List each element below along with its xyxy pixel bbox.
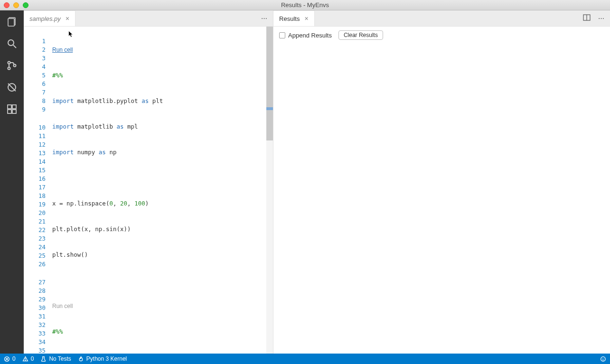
activity-bar: [0, 10, 24, 354]
error-icon: [4, 356, 10, 362]
svg-point-23: [603, 358, 604, 358]
tab-close-icon[interactable]: ×: [304, 15, 308, 22]
smiley-icon: [600, 356, 606, 362]
svg-rect-12: [12, 110, 16, 113]
line-number: 19: [24, 200, 46, 209]
line-number: 26: [24, 260, 46, 269]
source-control-icon[interactable]: [5, 59, 19, 72]
svg-point-5: [8, 67, 10, 70]
line-number: 9: [24, 105, 46, 114]
line-number: 3: [24, 54, 46, 63]
svg-point-4: [8, 62, 10, 64]
line-number: 13: [24, 149, 46, 158]
code-area[interactable]: Run cell #%% import matplotlib.pyplot as…: [52, 27, 266, 354]
flame-icon: [78, 356, 84, 362]
line-number: 27: [24, 278, 46, 287]
status-tests[interactable]: No Tests: [40, 355, 71, 362]
scrollbar-thumb[interactable]: [266, 27, 273, 140]
svg-point-6: [14, 65, 16, 67]
results-tab-row: Results × ⋯: [273, 10, 610, 27]
run-cell-link[interactable]: Run cell: [52, 46, 266, 54]
status-feedback[interactable]: [600, 356, 606, 362]
line-number: 29: [24, 295, 46, 304]
line-number: 14: [24, 158, 46, 166]
tab-samples-py[interactable]: samples.py ×: [24, 10, 75, 26]
svg-point-2: [8, 40, 14, 46]
line-number: 24: [24, 243, 46, 252]
svg-rect-11: [8, 110, 11, 113]
line-number: 1: [24, 37, 46, 46]
svg-point-21: [601, 356, 606, 361]
window-maximize-button[interactable]: [23, 2, 28, 8]
run-cell-link[interactable]: Run cell: [52, 302, 266, 310]
status-kernel[interactable]: Python 3 Kernel: [78, 355, 127, 362]
line-number: 32: [24, 321, 46, 329]
line-number: 4: [24, 63, 46, 71]
search-icon[interactable]: [5, 37, 19, 50]
window-close-button[interactable]: [4, 2, 9, 8]
scrollbar-marker: [266, 107, 273, 110]
debug-icon[interactable]: [5, 81, 19, 94]
pointer-cursor-icon: [67, 30, 74, 39]
svg-rect-1: [8, 19, 14, 26]
line-number: 22: [24, 226, 46, 234]
explorer-icon[interactable]: [5, 15, 19, 28]
line-number: 23: [24, 234, 46, 243]
status-warnings[interactable]: 0: [22, 355, 34, 362]
tab-results[interactable]: Results ×: [273, 10, 315, 26]
editor-more-actions-icon[interactable]: ⋯: [259, 13, 269, 24]
status-errors[interactable]: 0: [4, 355, 16, 362]
split-editor-icon[interactable]: [581, 12, 592, 25]
editor-body[interactable]: 1 2 3 4 5 6 7 8 9 10 11 12 13 14 15 16: [24, 27, 273, 354]
line-number: 34: [24, 338, 46, 346]
line-number: 15: [24, 166, 46, 175]
extensions-icon[interactable]: [5, 103, 19, 116]
svg-line-3: [13, 45, 16, 48]
line-number: 18: [24, 192, 46, 200]
warning-icon: [22, 356, 28, 362]
tab-close-icon[interactable]: ×: [66, 15, 69, 22]
line-number: 11: [24, 132, 46, 140]
editor-tab-row: samples.py × ⋯: [24, 10, 273, 27]
line-number: 17: [24, 183, 46, 192]
beaker-icon: [40, 356, 47, 362]
line-number: 21: [24, 217, 46, 226]
line-number: 33: [24, 329, 46, 338]
tab-label: samples.py: [29, 15, 61, 22]
line-number: 28: [24, 287, 46, 295]
status-bar: 0 0 No Tests Python 3 Kernel: [0, 354, 610, 364]
line-number: 5: [24, 71, 46, 80]
tab-label: Results: [279, 15, 300, 22]
svg-point-19: [25, 360, 26, 360]
append-results-checkbox[interactable]: Append Results: [279, 32, 332, 39]
line-number: 10: [24, 123, 46, 132]
line-number: 25: [24, 252, 46, 260]
clear-results-button[interactable]: Clear Results: [338, 30, 383, 40]
svg-point-22: [602, 358, 602, 358]
line-number: 6: [24, 80, 46, 88]
line-number: 30: [24, 304, 46, 312]
line-number: 7: [24, 88, 46, 97]
line-number: 16: [24, 175, 46, 183]
window-title: Results - MyEnvs: [281, 1, 329, 9]
editor-scrollbar[interactable]: [266, 27, 273, 354]
line-number: 31: [24, 312, 46, 321]
svg-rect-9: [8, 105, 11, 109]
line-number: 8: [24, 97, 46, 105]
results-body: Append Results Clear Results: [273, 27, 610, 354]
results-more-actions-icon[interactable]: ⋯: [596, 13, 606, 24]
append-results-label: Append Results: [288, 32, 332, 39]
window-minimize-button[interactable]: [13, 2, 19, 8]
svg-rect-10: [12, 105, 16, 109]
line-number: 12: [24, 140, 46, 149]
results-pane: Results × ⋯ Append Results Clear Resul: [273, 10, 610, 354]
window-titlebar: Results - MyEnvs: [0, 0, 610, 10]
checkbox-icon: [279, 32, 285, 38]
line-number: 20: [24, 209, 46, 217]
line-number: 35: [24, 346, 46, 354]
line-gutter: 1 2 3 4 5 6 7 8 9 10 11 12 13 14 15 16: [24, 27, 52, 354]
line-number: 2: [24, 46, 46, 54]
editor-pane: samples.py × ⋯ 1 2 3 4 5 6 7 8 9: [24, 10, 273, 354]
